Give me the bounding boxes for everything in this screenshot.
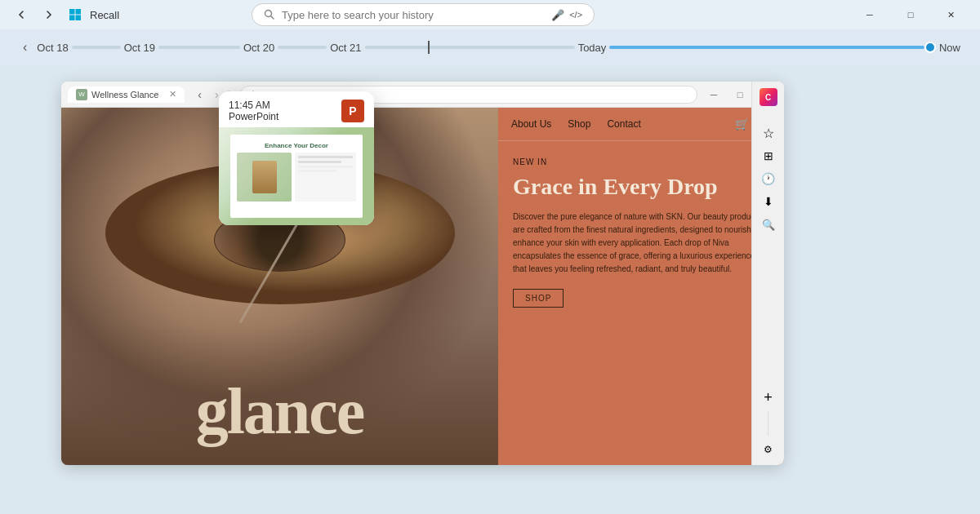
product-tag: NEW IN xyxy=(513,157,769,166)
browser-back[interactable]: ‹ xyxy=(193,86,207,103)
timeline-segment-1 xyxy=(72,46,121,49)
settings-icon[interactable]: ⚙ xyxy=(760,441,777,459)
browser-maximize[interactable]: □ xyxy=(728,86,751,104)
ppt-slide-content xyxy=(237,153,356,202)
window-controls: ─ □ ✕ xyxy=(851,2,970,28)
app-title: Recall xyxy=(90,9,119,21)
cart-icon[interactable]: 🛒 xyxy=(735,117,749,131)
sidebar-search-icon[interactable]: 🔍 xyxy=(760,215,777,233)
search-bar[interactable]: 🎤 </> xyxy=(252,3,595,26)
ppt-slide-preview: Enhance Your Decor xyxy=(230,135,363,218)
code-icon[interactable]: </> xyxy=(569,10,582,20)
timeline-segment-2 xyxy=(158,46,240,49)
website-content: glance About Us Shop Contact 🛒 👤 NEW IN xyxy=(61,108,784,465)
website-product-section: About Us Shop Contact 🛒 👤 NEW IN Grace i… xyxy=(498,108,784,465)
ppt-text-line-4 xyxy=(298,170,336,172)
maximize-button[interactable]: □ xyxy=(892,2,929,28)
svg-line-5 xyxy=(271,16,274,20)
shop-button[interactable]: SHOP xyxy=(513,289,564,308)
tab-title: Wellness Glance xyxy=(91,90,158,100)
ppt-person-image xyxy=(252,161,277,193)
popup-app-name: PowerPoint xyxy=(229,111,278,122)
tab-close[interactable]: ✕ xyxy=(169,89,176,100)
product-description: Discover the pure elegance of nature wit… xyxy=(513,210,769,276)
website-nav-contact[interactable]: Contact xyxy=(607,118,640,130)
forward-button[interactable] xyxy=(38,3,60,26)
collections-icon[interactable]: ⊞ xyxy=(760,147,777,165)
browser-window: W Wellness Glance ✕ ‹ › ↻ https://wellne… xyxy=(61,82,784,465)
timeline-date-oct19[interactable]: Oct 19 xyxy=(121,42,158,54)
tab-favicon: W xyxy=(76,89,87,100)
popup-thumbnail: Enhance Your Decor xyxy=(219,127,374,225)
history-icon[interactable]: 🕐 xyxy=(760,170,777,188)
favorites-icon[interactable]: ☆ xyxy=(760,124,777,142)
timeline-cursor xyxy=(428,41,430,54)
browser-chrome: W Wellness Glance ✕ ‹ › ↻ https://wellne… xyxy=(61,82,784,108)
svg-rect-0 xyxy=(69,9,75,15)
ppt-image-col xyxy=(237,153,292,202)
add-icon[interactable]: + xyxy=(760,388,777,406)
timeline-date-oct21[interactable]: Oct 21 xyxy=(327,42,364,54)
ppt-text-line-3 xyxy=(298,166,353,168)
edge-sidebar: C ☆ ⊞ 🕐 ⬇ 🔍 + ⚙ xyxy=(751,82,784,465)
minimize-button[interactable]: ─ xyxy=(851,2,889,28)
website-nav-shop[interactable]: Shop xyxy=(568,118,590,130)
timeline-segment-3 xyxy=(278,46,327,49)
website-body: NEW IN Grace in Every Drop Discover the … xyxy=(498,141,784,465)
nav-buttons xyxy=(10,3,60,26)
timeline-segment-5 xyxy=(609,46,924,49)
browser-minimize[interactable]: ─ xyxy=(702,86,725,104)
svg-rect-3 xyxy=(76,16,82,21)
popup-card[interactable]: 11:45 AM PowerPoint P Enhance Your Decor xyxy=(219,91,374,225)
search-action-icons: 🎤 </> xyxy=(551,9,582,21)
search-icon xyxy=(264,9,275,20)
website-nav: About Us Shop Contact 🛒 👤 xyxy=(498,108,784,141)
popup-header: 11:45 AM PowerPoint P xyxy=(219,91,374,127)
windows-icon xyxy=(69,8,82,21)
ppt-text-line-1 xyxy=(298,156,353,158)
product-heading: Grace in Every Drop xyxy=(513,173,769,201)
timeline-now-dot xyxy=(924,42,936,53)
timeline-date-oct20[interactable]: Oct 20 xyxy=(240,42,278,54)
svg-rect-1 xyxy=(76,9,82,15)
timeline-date-oct18[interactable]: Oct 18 xyxy=(33,42,71,54)
copilot-icon[interactable]: C xyxy=(760,88,777,106)
search-input[interactable] xyxy=(282,9,545,21)
back-button[interactable] xyxy=(10,3,33,26)
timeline-date-today[interactable]: Today xyxy=(575,42,610,54)
timeline-segment-4 xyxy=(365,46,575,49)
popup-time: 11:45 AM xyxy=(229,100,278,111)
powerpoint-icon: P xyxy=(341,100,364,122)
glance-headline: glance xyxy=(61,374,498,449)
mic-icon[interactable]: 🎤 xyxy=(551,9,564,21)
popup-info: 11:45 AM PowerPoint xyxy=(229,100,278,122)
main-content: W Wellness Glance ✕ ‹ › ↻ https://wellne… xyxy=(0,65,980,514)
downloads-icon[interactable]: ⬇ xyxy=(760,193,777,210)
ppt-slide-title: Enhance Your Decor xyxy=(237,141,356,149)
close-button[interactable]: ✕ xyxy=(933,2,970,28)
titlebar: Recall 🎤 </> ─ □ ✕ xyxy=(0,0,980,29)
timeline-back-button[interactable]: ‹ xyxy=(16,37,33,58)
timeline-bar: ‹ Oct 18 Oct 19 Oct 20 Oct 21 Today Now xyxy=(0,29,980,65)
sidebar-divider xyxy=(768,111,768,119)
browser-tab[interactable]: W Wellness Glance ✕ xyxy=(68,86,185,103)
website-nav-about[interactable]: About Us xyxy=(511,118,551,130)
timeline-dates: Oct 18 Oct 19 Oct 20 Oct 21 Today Now xyxy=(33,42,964,54)
ppt-text-col xyxy=(295,153,356,202)
sidebar-divider-2 xyxy=(768,411,768,436)
timeline-date-now[interactable]: Now xyxy=(936,42,964,54)
svg-rect-2 xyxy=(69,16,75,21)
ppt-text-line-2 xyxy=(298,161,341,163)
